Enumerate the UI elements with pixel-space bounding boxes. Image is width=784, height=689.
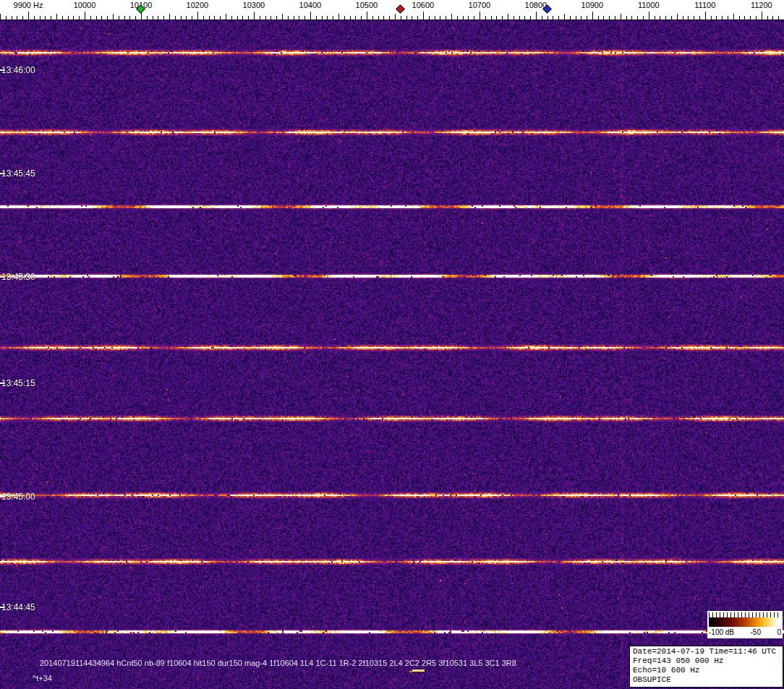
- ruler-tick: [203, 16, 204, 20]
- ruler-tick: [85, 12, 85, 20]
- ruler-tick: [423, 12, 424, 20]
- ruler-tick: [631, 16, 632, 20]
- detection-stats-text: 20140719114434964 hCnt50 nb-89 f10604 hi…: [40, 659, 516, 667]
- ruler-tick: [361, 16, 362, 20]
- ruler-tick: [367, 12, 367, 20]
- ruler-tick: [383, 16, 384, 20]
- ruler-tick: [762, 12, 762, 20]
- colorbar-ticks: [709, 612, 781, 617]
- ruler-tick: [119, 16, 119, 20]
- ruler-tick: [733, 14, 734, 20]
- ruler-tick: [12, 16, 12, 20]
- info-station: OBSUPICE: [633, 675, 780, 685]
- ruler-tick: [542, 16, 542, 20]
- ruler-tick: [254, 12, 255, 20]
- ruler-tick: [688, 16, 689, 20]
- ruler-tick: [79, 16, 80, 20]
- ruler-tick: [621, 14, 621, 20]
- ruler-tick: [237, 16, 238, 20]
- ruler-tick: [485, 16, 486, 20]
- ruler-tick: [547, 16, 548, 20]
- time-label: 13:45:15: [1, 378, 35, 388]
- ruler-tick: [304, 16, 305, 20]
- ruler-tick: [587, 16, 587, 20]
- time-offset-text: ^t+34: [33, 674, 52, 682]
- ruler-tick: [333, 16, 333, 20]
- ruler-tick: [28, 12, 29, 20]
- ruler-tick: [598, 16, 599, 20]
- ruler-tick: [468, 16, 469, 20]
- ruler-tick: [463, 16, 464, 20]
- ruler-tick: [637, 16, 638, 20]
- ruler-tick: [457, 16, 458, 20]
- ruler-tick: [401, 16, 401, 20]
- colorbar-label-max: 0: [777, 628, 781, 637]
- ruler-tick: [56, 14, 57, 20]
- ruler-tick: [772, 16, 773, 20]
- ruler-tick: [276, 16, 277, 20]
- ruler-tick: [270, 16, 271, 20]
- frequency-tick-label: 10600: [412, 1, 435, 9]
- ruler-tick: [581, 16, 581, 20]
- marker-red[interactable]: [396, 4, 405, 14]
- ruler-tick: [34, 16, 35, 20]
- ruler-tick: [6, 16, 7, 20]
- ruler-tick: [282, 14, 283, 20]
- ruler-tick: [722, 16, 723, 20]
- ruler-tick: [603, 16, 604, 20]
- ruler-tick: [242, 16, 243, 20]
- frequency-tick-label: 10500: [356, 1, 378, 9]
- ruler-tick: [496, 16, 497, 20]
- ruler-tick: [440, 16, 440, 20]
- ruler-tick: [158, 16, 158, 20]
- ruler-tick: [68, 16, 69, 20]
- ruler-tick: [124, 16, 125, 20]
- ruler-tick: [355, 16, 356, 20]
- ruler-tick: [344, 16, 345, 20]
- ruler-tick: [677, 14, 678, 20]
- ruler-tick: [260, 16, 260, 20]
- ruler-tick: [524, 16, 525, 20]
- ruler-tick: [338, 14, 339, 20]
- frequency-tick-label: 11200: [751, 1, 772, 9]
- ruler-tick: [395, 14, 396, 20]
- ruler-tick: [519, 16, 520, 20]
- frequency-tick-label: 10400: [299, 1, 322, 9]
- frequency-tick-label: 9900 Hz: [14, 1, 43, 9]
- ruler-tick: [96, 16, 97, 20]
- ruler-tick: [514, 16, 514, 20]
- ruler-tick: [660, 16, 660, 20]
- ruler-tick: [683, 16, 683, 20]
- time-label: 13:45:30: [1, 272, 35, 282]
- info-echo: Echo=10 600 Hz: [633, 666, 780, 675]
- ruler-tick: [226, 14, 226, 20]
- ruler-tick: [17, 16, 17, 20]
- ruler-tick: [265, 16, 266, 20]
- ruler-tick: [474, 16, 474, 20]
- frequency-tick-label: 10300: [243, 1, 265, 9]
- ruler-tick: [491, 16, 492, 20]
- ruler-tick: [429, 16, 430, 20]
- ruler-tick: [744, 16, 745, 20]
- ruler-tick: [0, 14, 1, 20]
- ruler-tick: [655, 16, 655, 20]
- ruler-tick: [728, 16, 728, 20]
- ruler-tick: [51, 16, 51, 20]
- ruler-tick: [530, 16, 531, 20]
- ruler-tick: [767, 16, 768, 20]
- ruler-tick: [480, 12, 480, 20]
- ruler-tick: [175, 16, 176, 20]
- info-frequency: Freq=143 050 000 Hz: [633, 656, 780, 666]
- ruler-tick: [446, 16, 446, 20]
- info-date-time: Date=2014-07-19 Time=11:46 UTC: [633, 647, 780, 656]
- colorbar-gradient: [709, 617, 781, 627]
- time-label: 13:45:00: [1, 492, 35, 502]
- ruler-tick: [231, 16, 232, 20]
- status-info-panel: Date=2014-07-19 Time=11:46 UTC Freq=143 …: [629, 646, 783, 688]
- ruler-tick: [739, 16, 740, 20]
- ruler-tick: [705, 12, 706, 20]
- ruler-tick: [778, 16, 779, 20]
- frequency-tick-label: 11100: [694, 1, 715, 9]
- ruler-tick: [643, 16, 644, 20]
- ruler-tick: [694, 16, 694, 20]
